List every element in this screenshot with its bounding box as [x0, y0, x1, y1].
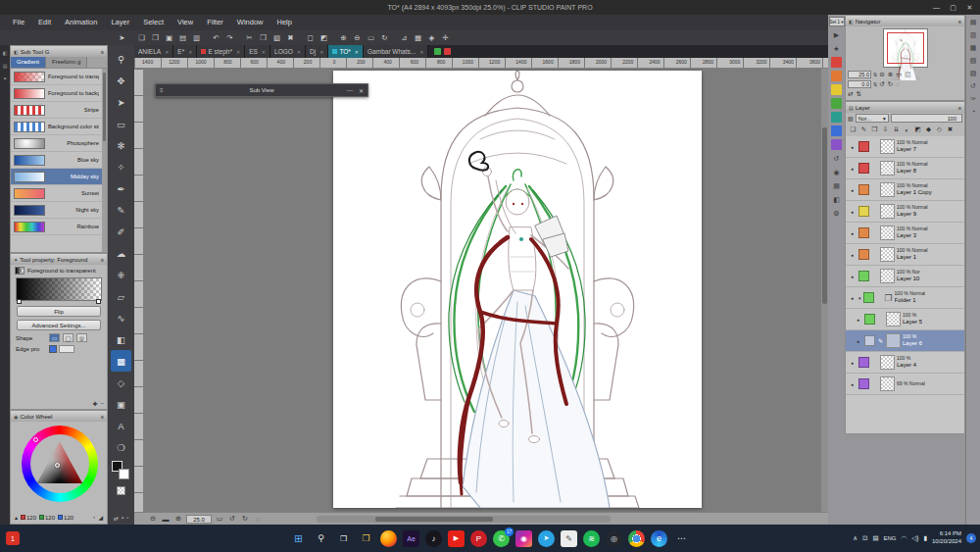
layer-visibility-eye-icon[interactable]: ●: [854, 338, 862, 344]
menubar-item[interactable]: Layer: [104, 15, 136, 30]
toolbar-icon[interactable]: [392, 31, 397, 44]
layer-visibility-eye-icon[interactable]: ●: [848, 144, 857, 150]
layer-row[interactable]: ● 100 % Normal Layer 3: [846, 223, 964, 244]
canvas-rotate-left-icon[interactable]: ↺: [227, 515, 237, 523]
layer-color-chip[interactable]: [858, 184, 869, 195]
open-file-icon[interactable]: ❒: [149, 31, 162, 44]
sv-pointer[interactable]: [55, 463, 60, 468]
approx-color-dock-icon[interactable]: [831, 112, 842, 123]
youtube[interactable]: ▶: [448, 530, 465, 547]
panel-menu-icon[interactable]: ≡: [958, 105, 961, 111]
paste-icon[interactable]: ▧: [270, 31, 283, 44]
transparent-color-swatch[interactable]: [117, 486, 125, 495]
layer-thumbnail[interactable]: [880, 182, 895, 197]
nav-flip-vertical-icon[interactable]: ⇅: [856, 90, 860, 98]
battery-icon[interactable]: ▮: [923, 534, 927, 542]
spotify[interactable]: ≋: [583, 530, 600, 547]
zoom-tool[interactable]: ⚲: [111, 48, 131, 70]
fill-tool[interactable]: ◧: [111, 328, 131, 350]
operation-tool[interactable]: ➤: [111, 91, 131, 113]
tab-close-icon[interactable]: ✕: [319, 49, 323, 55]
gradient-tool[interactable]: ▦: [111, 350, 131, 372]
layer-color-chip[interactable]: [858, 206, 869, 217]
whatsapp[interactable]: ✆ 17: [493, 530, 510, 547]
gradient-node-left[interactable]: [17, 299, 22, 304]
layer-visibility-eye-icon[interactable]: ●: [848, 166, 857, 172]
security-icon[interactable]: ▤: [872, 534, 878, 542]
layer-visibility-eye-icon[interactable]: ●: [848, 360, 857, 366]
layer-thumbnail[interactable]: [880, 247, 895, 262]
nav-reset-icon[interactable]: ◌: [896, 80, 900, 87]
keyframe-icon[interactable]: ◇: [935, 125, 944, 133]
layer-row[interactable]: ● 100 % Nor Layer 10: [846, 266, 964, 287]
nav-actual-size-icon[interactable]: ◱: [905, 71, 910, 78]
canvas-fit-icon[interactable]: ▭: [215, 515, 224, 523]
material-tab-icon-5[interactable]: ▨: [970, 70, 977, 77]
after-effects[interactable]: Ae: [403, 530, 419, 547]
volume-icon[interactable]: ◁): [911, 534, 918, 542]
layer-row[interactable]: ● 100 % Normal Layer 8: [846, 158, 964, 179]
file-explorer[interactable]: ❐: [358, 530, 374, 547]
layer-color-chip[interactable]: [864, 335, 875, 346]
alert-badge[interactable]: 1: [6, 531, 20, 545]
layer-color-chip[interactable]: [858, 227, 869, 238]
selection-tool[interactable]: ▭: [111, 113, 131, 134]
frame-border-tool[interactable]: ▣: [111, 393, 131, 415]
rotate-spinner-icon[interactable]: ⇅: [873, 81, 877, 87]
nav-zoom-in-icon[interactable]: ⊕: [888, 71, 893, 78]
tray-expand-icon[interactable]: ∧: [853, 534, 858, 542]
hue-pointer[interactable]: [33, 437, 38, 442]
edge[interactable]: e: [651, 530, 667, 547]
close-button[interactable]: ✕: [961, 0, 978, 15]
toolbar-icon[interactable]: [129, 31, 134, 44]
nav-flip-horizontal-icon[interactable]: ⇄: [848, 90, 853, 98]
save-icon[interactable]: ▣: [163, 31, 175, 44]
gradient-node-right[interactable]: [96, 299, 101, 304]
vertical-scrollbar[interactable]: [821, 69, 828, 512]
subtool-item[interactable]: Photosphere: [11, 135, 102, 152]
history-dock-icon[interactable]: ↺: [831, 153, 842, 164]
menubar-item[interactable]: File: [6, 15, 31, 30]
layer-color-chip[interactable]: [858, 378, 869, 389]
reference-layer-icon[interactable]: ◆: [924, 125, 933, 133]
folder-expand-icon[interactable]: ▾: [858, 295, 861, 301]
menubar-item[interactable]: View: [171, 15, 200, 30]
subtool-scrollbar[interactable]: [102, 69, 107, 252]
tab-close-icon[interactable]: ✕: [355, 49, 359, 55]
snap-ruler-icon[interactable]: ⊿: [398, 31, 411, 44]
layer-visibility-eye-icon[interactable]: ●: [848, 252, 857, 258]
notification-count-badge[interactable]: 4: [966, 533, 976, 543]
new-folder-icon[interactable]: ❐: [870, 125, 879, 133]
subtool-item[interactable]: Foreground to transparent: [11, 69, 102, 85]
brush-size-dock-icon[interactable]: ◉: [831, 167, 842, 177]
layer-row[interactable]: ● ▾ ❐ 100 % Normal Folder 1: [846, 287, 964, 309]
delete-icon[interactable]: ✖: [284, 31, 297, 44]
canvas-rotate-right-icon[interactable]: ↻: [240, 515, 250, 523]
nav-fit-icon[interactable]: ▭: [896, 71, 902, 78]
sub-view-close-icon[interactable]: ✕: [359, 87, 364, 94]
canvas-zoom-value[interactable]: 25.0: [186, 515, 212, 524]
switch-colors-icon[interactable]: ⇄: [114, 515, 119, 522]
layer-color-chip[interactable]: [864, 314, 875, 325]
document-tab[interactable]: Gambar Whats... ✕: [364, 45, 428, 58]
pinterest[interactable]: P: [470, 530, 487, 547]
menubar-item[interactable]: Animation: [58, 15, 104, 30]
layer-row[interactable]: ● ✎ 100 % Layer 6: [846, 330, 964, 352]
fit-screen-icon[interactable]: ▭: [365, 31, 377, 44]
layer-row[interactable]: ● 100 % Normal Layer 7: [846, 136, 964, 158]
pen-tool[interactable]: ✒: [111, 177, 131, 199]
instagram[interactable]: ◉: [515, 530, 532, 547]
edge-color-chip[interactable]: [49, 345, 57, 353]
horizontal-scrollbar[interactable]: [317, 516, 611, 523]
edge-value-box[interactable]: [59, 345, 74, 353]
navigator-zoom-value[interactable]: 25.0: [848, 71, 871, 78]
clip-studio-paint[interactable]: ✎: [561, 530, 577, 547]
shape-ellipse-button[interactable]: ◎: [76, 333, 87, 342]
layer-thumbnail[interactable]: [880, 226, 895, 240]
maximize-button[interactable]: ▢: [945, 0, 961, 15]
subtool-item[interactable]: Blue sky: [11, 152, 102, 169]
layer-thumbnail[interactable]: [886, 312, 901, 326]
layer-color-chip[interactable]: [863, 292, 874, 303]
navigator-view-rect[interactable]: [887, 32, 924, 64]
subtool-item[interactable]: Foreground to background: [11, 85, 102, 102]
